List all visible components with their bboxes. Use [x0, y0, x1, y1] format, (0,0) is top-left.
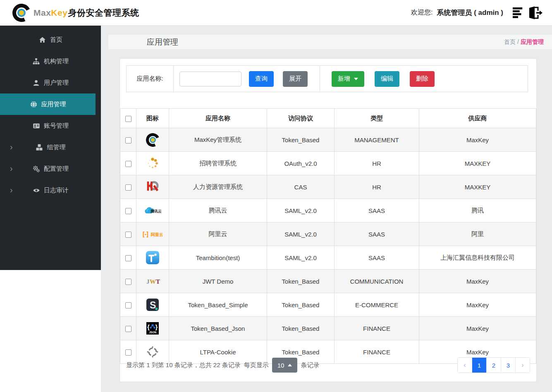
pagination-bar: 显示第 1 到第 10 条记录，总共 22 条记录 每页显示 10 条记录 ‹1… [126, 355, 530, 375]
row-checkbox[interactable] [125, 137, 131, 143]
table-row[interactable]: {}JSONToken_Based_JsonToken_BasedFINANCE… [120, 317, 536, 340]
pagination-next-button[interactable]: › [515, 358, 530, 373]
row-checkbox[interactable] [125, 326, 131, 332]
app-title: MaxKey身份安全管理系统 [33, 7, 139, 19]
edit-button[interactable]: 编辑 [375, 71, 399, 87]
table-row[interactable]: [-]阿里云阿里云SAML_v2.0SAAS阿里 [120, 222, 536, 246]
sidebar: 首页机构管理用户管理应用管理账号管理›组管理›配置管理›日志审计 [0, 26, 101, 270]
per-page-dropdown[interactable]: 10 [272, 358, 298, 373]
table-row[interactable]: 腾讯云腾讯云SAML_v2.0SAAS腾讯 [120, 199, 536, 222]
delete-button[interactable]: 删除 [410, 71, 435, 87]
add-button[interactable]: 新增 [332, 71, 364, 87]
caret-up-icon [288, 364, 292, 366]
breadcrumb-root[interactable]: 首页 [504, 38, 516, 45]
aliyun-icon: [-]阿里云 [143, 226, 162, 242]
content-card: 应用名称: 查询 展开 新增 编辑 删除 图标应用名称访问协议类型 [120, 59, 536, 382]
sidebar-item-account[interactable]: 账号管理 [0, 115, 101, 136]
table-row[interactable]: 人力资源管理系统CASHRMAXKEY [120, 175, 536, 199]
page-header-bar: 应用管理 首页/应用管理 [108, 35, 552, 49]
chevron-right-icon: › [10, 164, 13, 172]
row-checkbox[interactable] [125, 279, 131, 285]
row-checkbox[interactable] [125, 184, 131, 191]
table-row[interactable]: Teambition(test)SAML_v2.0SAAS上海汇翼信息科技有限公… [120, 246, 536, 270]
query-cell: 查询 展开 [174, 66, 320, 92]
welcome-label: 欢迎您: [411, 8, 433, 17]
svg-text:阿里云: 阿里云 [151, 232, 162, 237]
row-checkbox[interactable] [125, 255, 131, 261]
id-card-icon [32, 122, 40, 129]
main-content: 应用管理 首页/应用管理 应用名称: 查询 展开 新增 编辑 删除 [101, 26, 552, 392]
select-all-cell [120, 109, 136, 128]
svg-text:JSON: JSON [149, 331, 157, 334]
table-row[interactable]: SToken_Based_SimpleToken_BasedE-COMMERCE… [120, 293, 536, 317]
breadcrumb: 首页/应用管理 [504, 38, 544, 46]
sidebar-item-home[interactable]: 首页 [0, 29, 101, 50]
pagination-page-button[interactable]: 2 [486, 358, 501, 373]
table-row[interactable]: 招聘管理系统OAuth_v2.0HRMAXKEY [120, 152, 536, 175]
svg-text:T: T [156, 278, 160, 285]
list-icon[interactable] [512, 7, 524, 19]
sidebar-item-config[interactable]: ›配置管理 [0, 158, 101, 179]
expand-button[interactable]: 展开 [283, 71, 308, 87]
row-checkbox[interactable] [125, 208, 131, 214]
app-icon-cell: {}JSON [136, 317, 169, 340]
page-title: 应用管理 [147, 37, 178, 48]
svg-text:}: } [155, 323, 158, 330]
sidebar-item-label: 配置管理 [44, 165, 69, 173]
row-checkbox[interactable] [125, 161, 131, 167]
sidebar-item-audit[interactable]: ›日志审计 [0, 179, 101, 201]
chevron-right-icon: › [10, 143, 13, 151]
user-icon [32, 79, 40, 86]
app-icon-cell: S [136, 293, 169, 317]
app-name-cell: Token_Based_Simple [169, 293, 267, 317]
vendor-cell: 上海汇翼信息科技有限公司 [419, 246, 536, 270]
type-cell: SAAS [335, 199, 419, 222]
table-row[interactable]: JWTJWT DemoToken_BasedCOMMUNICATIONMaxKe… [120, 270, 536, 293]
row-checkbox[interactable] [125, 302, 131, 308]
protocol-cell: Token_Based [267, 128, 335, 152]
pagination-page-button[interactable]: 1 [472, 358, 486, 373]
app-name-cell: JWT Demo [169, 270, 267, 293]
row-select-cell [120, 222, 136, 246]
app-name-cell: Teambition(test) [169, 246, 267, 270]
app-name-cell: 阿里云 [169, 222, 267, 246]
app-icon-cell: 腾讯云 [136, 199, 169, 222]
sidebar-item-label: 日志审计 [44, 186, 69, 194]
sidebar-item-user[interactable]: 用户管理 [0, 72, 101, 93]
sidebar-item-app[interactable]: 应用管理 [0, 93, 96, 115]
pagination-prev-button[interactable]: ‹ [458, 358, 472, 373]
app-name-input[interactable] [179, 72, 241, 86]
query-button[interactable]: 查询 [249, 71, 274, 87]
vendor-cell: 腾讯 [419, 199, 536, 222]
app-name-cell: MaxKey管理系统 [169, 128, 267, 152]
sidebar-item-group[interactable]: ›组管理 [0, 136, 101, 158]
brand: MaxKey身份安全管理系统 [12, 4, 139, 22]
gears-icon [32, 165, 40, 172]
type-cell: COMMUNICATION [335, 270, 419, 293]
column-header: 应用名称 [169, 109, 267, 128]
s-logo-icon: S [145, 296, 160, 313]
breadcrumb-separator: / [517, 38, 519, 45]
row-select-cell [120, 317, 136, 340]
chevron-right-icon: › [10, 186, 13, 194]
type-cell: E-COMMERCE [335, 293, 419, 317]
app-name-cell: 腾讯云 [169, 199, 267, 222]
sidebar-item-label: 首页 [50, 36, 62, 44]
app-icon-cell [136, 128, 169, 152]
column-header: 访问协议 [267, 109, 335, 128]
pagination-summary: 显示第 1 到第 10 条记录，总共 22 条记录 每页显示 10 条记录 [126, 358, 319, 373]
actions-cell: 新增 编辑 删除 [320, 66, 435, 92]
pagination-page-button[interactable]: 3 [501, 358, 515, 373]
sidebar-item-org[interactable]: 机构管理 [0, 50, 101, 72]
table-row[interactable]: MaxKey管理系统Token_BasedMANAGEMENTMaxKey [120, 128, 536, 152]
app-name-cell: 人力资源管理系统 [169, 175, 267, 199]
select-all-checkbox[interactable] [125, 116, 131, 122]
caret-down-icon [354, 78, 358, 80]
row-checkbox[interactable] [125, 232, 131, 238]
per-page-suffix: 条记录 [301, 361, 319, 369]
protocol-cell: Token_Based [267, 293, 335, 317]
svg-text:{: { [147, 323, 150, 330]
app-icon-cell [136, 152, 169, 175]
logout-icon[interactable] [528, 6, 543, 20]
row-select-cell [120, 270, 136, 293]
